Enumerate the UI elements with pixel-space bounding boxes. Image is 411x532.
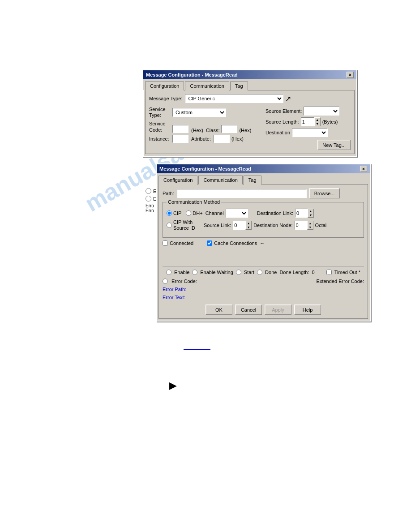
- source-length-spinbox: ▲ ▼: [301, 117, 321, 126]
- enable-waiting-label: Enable Waiting: [200, 270, 233, 275]
- extended-error-label: Extended Error Code:: [317, 279, 364, 284]
- dialog2-tab-communication[interactable]: Communication: [198, 176, 242, 184]
- service-type-row: ServiceType: Custom: [149, 107, 260, 118]
- dialog1-tab-tag[interactable]: Tag: [230, 82, 248, 90]
- radio-dh[interactable]: [186, 210, 191, 216]
- dest-link-label: Destination Link:: [257, 210, 293, 216]
- dest-node-up[interactable]: ▲: [308, 221, 313, 225]
- class-label: Class:: [206, 128, 220, 133]
- source-element-label: Source Element:: [265, 108, 302, 114]
- dest-link-down[interactable]: ▼: [308, 213, 313, 217]
- source-length-row: Source Length: ▲ ▼ (Bytes): [265, 117, 351, 126]
- source-length-unit: (Bytes): [322, 119, 338, 124]
- dialog1-title: Message Configuration - MessageRead: [146, 72, 238, 77]
- dest-node-down[interactable]: ▼: [308, 225, 313, 229]
- error-code-label: Error Code:: [171, 279, 197, 284]
- dialog2-close-button[interactable]: ×: [360, 166, 367, 172]
- help-button[interactable]: Help: [294, 305, 321, 315]
- dialog1-close-button[interactable]: ×: [347, 72, 354, 78]
- left-radio-area: E E Erro Erro: [146, 188, 156, 213]
- error-code-radio[interactable]: [163, 279, 168, 284]
- comm-method-title: Communication Method: [167, 199, 221, 205]
- new-tag-button[interactable]: New Tag...: [317, 140, 351, 150]
- dialog1-tab-configuration[interactable]: Configuration: [145, 82, 184, 90]
- attribute-input[interactable]: [214, 135, 230, 143]
- source-link-arrows: ▲ ▼: [245, 221, 252, 230]
- source-element-row: Source Element:: [265, 107, 351, 116]
- dest-node-input[interactable]: [295, 221, 307, 230]
- instance-label: Instance:: [149, 136, 172, 142]
- source-link-input[interactable]: [233, 221, 245, 230]
- radio-cip-source[interactable]: [167, 223, 172, 228]
- destination-select[interactable]: [292, 128, 328, 137]
- radio-cip[interactable]: [167, 210, 172, 216]
- dest-link-up[interactable]: ▲: [308, 209, 313, 213]
- error-text-link[interactable]: Error Text:: [163, 295, 185, 300]
- dialog1-tab-communication[interactable]: Communication: [185, 82, 229, 90]
- path-row: Path: Browse...: [163, 188, 364, 198]
- source-length-up[interactable]: ▲: [315, 118, 320, 122]
- dest-link-arrows: ▲ ▼: [308, 209, 314, 218]
- connected-row: Connected Cache Connections ←: [163, 240, 364, 246]
- arrow-right: ▶: [169, 380, 177, 391]
- left-radio-2[interactable]: [146, 196, 151, 202]
- class-input[interactable]: [221, 125, 237, 133]
- class-hex: (Hex): [239, 128, 251, 133]
- apply-button[interactable]: Apply: [265, 305, 291, 315]
- browse-button[interactable]: Browse...: [309, 188, 340, 198]
- service-code-label: ServiceCode:: [149, 121, 172, 133]
- destination-row: Destination: [265, 128, 351, 137]
- timed-out-label: Timed Out *: [334, 270, 360, 275]
- dest-node-arrows: ▲ ▼: [307, 221, 313, 230]
- dest-node-spinbox: ▲ ▼: [295, 221, 313, 230]
- service-code-input[interactable]: [172, 125, 188, 133]
- left-radio-1[interactable]: [146, 188, 151, 194]
- channel-select[interactable]: [226, 209, 248, 218]
- done-length-value: 0: [312, 270, 314, 275]
- source-link-up[interactable]: ▲: [246, 221, 251, 225]
- dialog2-tab-configuration[interactable]: Configuration: [158, 176, 197, 184]
- cancel-button[interactable]: Cancel: [235, 305, 262, 315]
- instance-input[interactable]: [172, 135, 188, 143]
- dest-link-input[interactable]: [295, 209, 308, 218]
- service-code-hex: (Hex): [191, 128, 203, 133]
- dialog1-message-type-row: Message Type: CIP Generic ↗: [149, 94, 351, 103]
- enable-label: Enable: [174, 270, 189, 275]
- left-error-text2: Erro: [146, 208, 156, 213]
- dest-node-label: Destination Node:: [253, 223, 292, 228]
- service-type-select[interactable]: Custom: [172, 108, 226, 117]
- start-radio[interactable]: [236, 270, 241, 275]
- enable-radio[interactable]: [166, 270, 171, 275]
- error-path-row: Error Path:: [163, 287, 364, 292]
- cache-checkbox[interactable]: [207, 240, 212, 246]
- top-rule: [9, 36, 402, 36]
- dialog2-tab-tag[interactable]: Tag: [244, 176, 261, 184]
- dialog1: Message Configuration - MessageRead × Co…: [142, 69, 357, 157]
- source-link-down[interactable]: ▼: [246, 225, 251, 229]
- timed-out-checkbox[interactable]: [326, 270, 332, 275]
- radio-cip-source-label: CIP WithSource ID: [173, 219, 201, 231]
- radio-dh-label: DH+: [193, 210, 202, 216]
- message-type-select[interactable]: CIP Generic: [185, 94, 283, 103]
- source-length-label: Source Length:: [265, 119, 299, 124]
- destination-label: Destination: [265, 130, 290, 135]
- source-element-select[interactable]: [304, 107, 339, 116]
- start-label: Start: [244, 270, 254, 275]
- source-length-arrows: ▲ ▼: [314, 117, 321, 126]
- ok-button[interactable]: OK: [206, 305, 232, 315]
- attribute-label: Attribute:: [191, 136, 211, 142]
- enable-waiting-radio[interactable]: [192, 270, 197, 275]
- connected-checkbox[interactable]: [163, 240, 168, 246]
- path-input[interactable]: [177, 189, 307, 198]
- source-length-input[interactable]: [301, 117, 314, 126]
- error-path-link[interactable]: Error Path:: [163, 287, 186, 292]
- message-type-label: Message Type:: [149, 96, 182, 101]
- comm-method-row1: CIP DH+ Channel Destination Link: ▲ ▼: [167, 209, 360, 218]
- source-link-label: Source Link:: [204, 223, 231, 228]
- cache-label: Cache Connections: [214, 240, 257, 246]
- dialog1-tab-bar: Configuration Communication Tag: [143, 79, 356, 90]
- separator-line: [184, 349, 210, 350]
- done-radio[interactable]: [257, 270, 262, 275]
- source-length-down[interactable]: ▼: [315, 122, 320, 126]
- path-label: Path:: [163, 191, 174, 196]
